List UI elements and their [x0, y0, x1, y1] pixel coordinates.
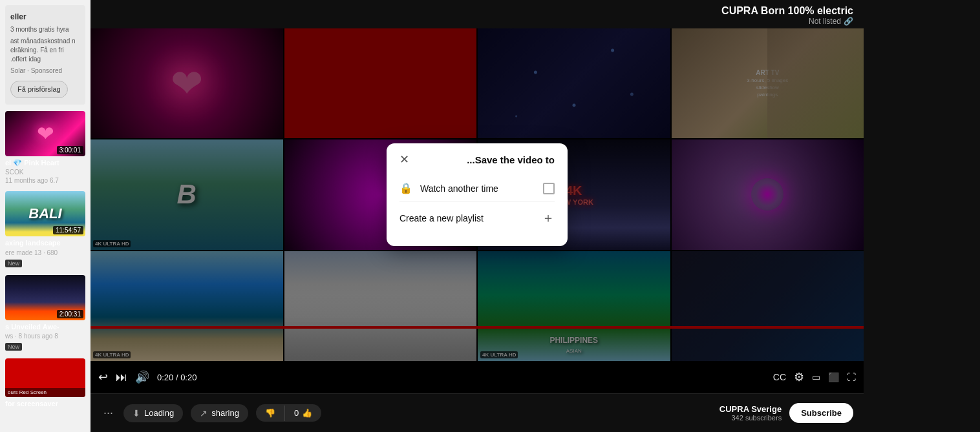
modal-title: ...Save the video to: [467, 154, 555, 165]
cc-button[interactable]: CC: [773, 372, 786, 382]
skip-button[interactable]: ⏭: [116, 371, 127, 384]
sidebar-thumb-3: 2:00:31: [5, 275, 85, 320]
theater-button[interactable]: ⬛: [828, 372, 839, 382]
heart-icon: ❤: [37, 121, 54, 146]
modal-overlay: ✕ ...Save the video to 🔒 Watch another t…: [91, 28, 864, 361]
sidebar-video-title-1: el 💎 Pink Heart: [5, 158, 85, 167]
lock-icon: 🔒: [399, 182, 412, 194]
watch-later-checkbox[interactable]: [543, 183, 555, 194]
duration-badge-2: 11:54:57: [53, 226, 83, 234]
video-controls: ↩ ⏭ 🔊 0:20 / 0:20 CC ⚙ ▭ ⬛ ⛶: [91, 361, 864, 393]
like-dislike-group: 👎 0 👍: [256, 404, 321, 422]
sharing-button[interactable]: ↗ sharing: [191, 404, 248, 422]
duration-badge-3: 2:00:31: [57, 310, 83, 318]
like-button[interactable]: 0 👍: [285, 404, 321, 422]
sidebar-video-item-2[interactable]: BALI 11:54:57 axing landscape ere made 1…: [5, 191, 85, 269]
loading-icon: ⬇: [133, 408, 140, 418]
ad-cta-button[interactable]: Få prisförslag: [10, 81, 68, 98]
screensaver-text: ours Red Screen: [5, 388, 85, 397]
sidebar-video-title-3: s Unveiled Awe-: [5, 322, 85, 331]
video-container[interactable]: ❤ ART TV3-hours, 5 imagesslideshowpainti…: [91, 28, 864, 361]
sidebar-video-info-3: s Unveiled Awe- ws · 8 hours ago 8 New: [5, 320, 85, 353]
save-modal: ✕ ...Save the video to 🔒 Watch another t…: [387, 143, 568, 246]
channel-subs: 342 subscribers: [731, 414, 782, 422]
ad-desc2: ast månadaskostnad n elräkning. Få en fr…: [10, 37, 80, 64]
modal-header: ✕ ...Save the video to: [399, 154, 555, 165]
not-listed-label: Not listed: [809, 17, 841, 26]
sidebar-video-item-1[interactable]: ❤ 3:00:01 el 💎 Pink Heart SCOK 11 months…: [5, 111, 85, 186]
settings-button[interactable]: ⚙: [794, 370, 804, 384]
loading-button[interactable]: ⬇ Loading: [123, 404, 183, 422]
left-sidebar: eller 3 months gratis hyra ast månadasko…: [0, 0, 91, 432]
duration-badge-1: 3:00:01: [57, 146, 83, 154]
modal-close-button[interactable]: ✕: [399, 154, 409, 165]
channel-name: CUPRA Sverige: [719, 404, 782, 414]
right-panel: [864, 0, 980, 432]
sidebar-video-info-4: for screensaver: [5, 397, 85, 410]
plus-icon: ＋: [542, 209, 555, 227]
sidebar-thumb-1: ❤ 3:00:01: [5, 111, 85, 156]
watch-later-item[interactable]: 🔒 Watch another time: [399, 176, 555, 201]
replay-button[interactable]: ↩: [98, 370, 108, 384]
time-display: 0:20 / 0:20: [157, 373, 197, 382]
bali-text: BALI: [28, 205, 61, 222]
sidebar-video-badge-3: New: [5, 343, 22, 351]
channel-info: CUPRA Sverige 342 subscribers: [719, 404, 782, 422]
sharing-label: sharing: [211, 408, 239, 418]
video-title: CUPRA Born 100% electric: [101, 5, 853, 17]
like-count: 0: [294, 408, 299, 418]
subscribe-button[interactable]: Subscribe: [789, 403, 853, 423]
miniplayer-button[interactable]: ▭: [812, 372, 820, 382]
thumbs-up-icon: 👍: [302, 408, 312, 418]
sidebar-video-meta-1b: 11 months ago 6.7: [5, 177, 85, 184]
sidebar-video-item-3[interactable]: 2:00:31 s Unveiled Awe- ws · 8 hours ago…: [5, 275, 85, 353]
bottom-bar: ··· ⬇ Loading ↗ sharing 👎 0 👍 CUPRA Sver…: [91, 393, 864, 432]
sidebar-video-meta-3: ws · 8 hours ago 8: [5, 333, 85, 340]
thumbs-down-icon: 👎: [265, 408, 275, 418]
video-title-bar: CUPRA Born 100% electric Not listed 🔗: [91, 0, 864, 28]
main-area: CUPRA Born 100% electric Not listed 🔗 ❤ …: [91, 0, 864, 432]
sidebar-thumb-2: BALI 11:54:57: [5, 191, 85, 236]
sidebar-video-info-1: el 💎 Pink Heart SCOK 11 months ago 6.7: [5, 156, 85, 186]
loading-label: Loading: [144, 408, 174, 418]
watch-later-label: Watch another time: [420, 183, 535, 194]
sidebar-video-meta-1: SCOK: [5, 169, 85, 176]
sidebar-video-badge-2: New: [5, 260, 22, 267]
create-playlist-label: Create a new playlist: [399, 213, 534, 223]
ad-desc: 3 months gratis hyra: [10, 25, 80, 34]
dislike-button[interactable]: 👎: [256, 404, 284, 422]
sidebar-thumb-4: ours Red Screen: [5, 358, 85, 397]
sidebar-video-list: ❤ 3:00:01 el 💎 Pink Heart SCOK 11 months…: [5, 111, 85, 427]
more-options-button[interactable]: ···: [101, 404, 116, 422]
ad-block: eller 3 months gratis hyra ast månadasko…: [5, 5, 85, 105]
volume-button[interactable]: 🔊: [135, 370, 149, 384]
sidebar-video-info-2: axing landscape ere made 13 · 680 New: [5, 236, 85, 269]
sidebar-video-item-4[interactable]: ours Red Screen for screensaver: [5, 358, 85, 410]
sharing-icon: ↗: [200, 408, 208, 418]
controls-right: CC ⚙ ▭ ⬛ ⛶: [773, 370, 856, 384]
sidebar-video-meta-2: ere made 13 · 680: [5, 249, 85, 256]
video-status: Not listed 🔗: [101, 17, 853, 26]
sidebar-video-title-4: for screensaver: [5, 399, 85, 408]
fullscreen-button[interactable]: ⛶: [847, 372, 856, 382]
ad-sponsor: Solar · Sponsored: [10, 67, 80, 76]
not-listed-icon: 🔗: [844, 17, 853, 26]
ad-title: eller: [10, 12, 80, 23]
sidebar-video-title-2: axing landscape: [5, 238, 85, 247]
create-playlist-item[interactable]: Create a new playlist ＋: [399, 201, 555, 233]
